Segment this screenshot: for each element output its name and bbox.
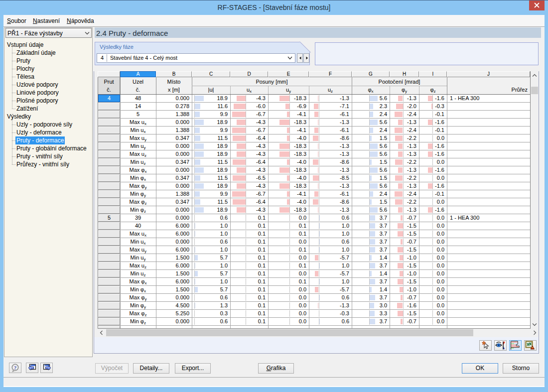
svg-text:?: ? [14,365,17,371]
